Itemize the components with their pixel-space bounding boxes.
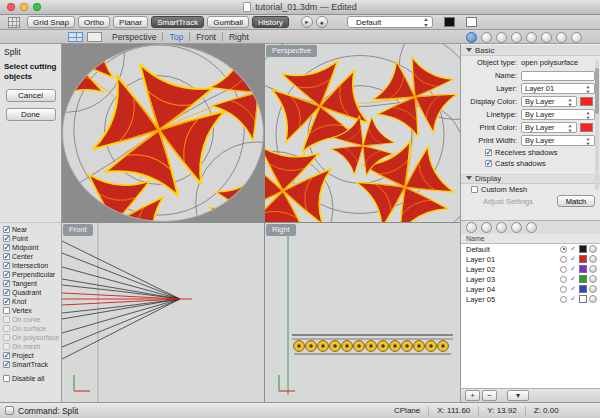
layer-on-icon[interactable]: ✓ — [569, 265, 577, 273]
layer-material-icon[interactable] — [589, 255, 597, 263]
checkbox[interactable] — [3, 235, 10, 242]
help-tab-icon[interactable] — [556, 32, 567, 43]
checkbox[interactable] — [3, 325, 10, 332]
checkbox[interactable] — [3, 226, 10, 233]
smarttrack-toggle[interactable]: SmartTrack — [151, 16, 204, 28]
current-layer-radio[interactable] — [560, 256, 567, 263]
name-field[interactable] — [521, 71, 595, 81]
checkbox[interactable] — [3, 298, 10, 305]
active-color-swatch[interactable] — [444, 17, 455, 27]
viewport-right-label[interactable]: Right — [266, 224, 296, 236]
viewport-top-label[interactable]: Top — [64, 46, 88, 58]
layer-on-icon[interactable]: ✓ — [569, 285, 577, 293]
layer-dropdown[interactable]: Layer 01 — [521, 83, 595, 94]
layer-color-swatch[interactable] — [579, 285, 587, 293]
layer-material-icon[interactable] — [589, 295, 597, 303]
scrollbar-thumb[interactable] — [595, 68, 599, 114]
planar-toggle[interactable]: Planar — [113, 16, 148, 28]
single-view-layout-icon[interactable] — [87, 32, 102, 42]
display-tab-icon[interactable] — [496, 32, 507, 43]
current-layer-radio[interactable] — [560, 246, 567, 253]
notes-tab-icon[interactable] — [526, 32, 537, 43]
display-section-header[interactable]: Display — [461, 172, 600, 184]
checkbox[interactable] — [3, 375, 10, 382]
layer-on-icon[interactable]: ✓ — [569, 245, 577, 253]
checkbox[interactable] — [485, 160, 492, 167]
display-color-swatch[interactable] — [580, 97, 593, 106]
basic-section-header[interactable]: Basic — [461, 44, 600, 56]
checkbox[interactable] — [3, 343, 10, 350]
viewport-top[interactable]: Top — [62, 44, 264, 222]
checkbox[interactable] — [3, 316, 10, 323]
layer-row[interactable]: Layer 02 ✓ — [461, 264, 600, 274]
tab-front[interactable]: Front — [190, 32, 222, 42]
search-icon[interactable] — [526, 222, 537, 233]
tab-right[interactable]: Right — [223, 32, 255, 42]
tab-top[interactable]: Top — [163, 32, 189, 42]
layer-material-icon[interactable] — [589, 265, 597, 273]
gumball-toggle[interactable]: Gumball — [207, 16, 249, 28]
panel-menu-icon[interactable] — [571, 32, 582, 43]
delete-layer-button[interactable]: − — [482, 390, 497, 401]
layer-color-swatch[interactable] — [579, 265, 587, 273]
layer-color-swatch[interactable] — [579, 275, 587, 283]
checkbox[interactable] — [3, 307, 10, 314]
layer-material-icon[interactable] — [589, 275, 597, 283]
checkbox[interactable] — [3, 244, 10, 251]
viewport-perspective-label[interactable]: Perspective — [266, 45, 317, 57]
layer-row[interactable]: Default ✓ — [461, 244, 600, 254]
print-color-swatch[interactable] — [580, 123, 593, 132]
viewport-front-label[interactable]: Front — [63, 224, 93, 236]
current-layer-radio[interactable] — [560, 276, 567, 283]
record-icon[interactable]: ● — [316, 16, 328, 28]
grid-snap-toggle[interactable]: Grid Snap — [27, 16, 75, 28]
perspective-viewport-canvas[interactable] — [265, 44, 460, 222]
materials-tab-icon[interactable] — [541, 32, 552, 43]
properties-tab-icon[interactable] — [466, 32, 477, 43]
layer-options-dropdown[interactable]: ▾ — [507, 390, 529, 401]
current-layer-radio[interactable] — [560, 286, 567, 293]
layer-state-icon[interactable] — [466, 222, 477, 233]
viewport-perspective[interactable]: Perspective — [265, 44, 460, 222]
top-viewport-canvas[interactable] — [63, 45, 263, 221]
checkbox[interactable] — [3, 262, 10, 269]
layer-on-icon[interactable]: ✓ — [569, 275, 577, 283]
display-mode-dropdown[interactable]: Default — [347, 16, 433, 28]
play-icon[interactable]: ▸ — [301, 16, 313, 28]
layer-color-swatch[interactable] — [579, 245, 587, 253]
secondary-color-swatch[interactable] — [466, 17, 477, 27]
layer-color-swatch[interactable] — [579, 255, 587, 263]
layer-row[interactable]: Layer 01 ✓ — [461, 254, 600, 264]
checkbox[interactable] — [3, 361, 10, 368]
checkbox[interactable] — [3, 253, 10, 260]
display-color-dropdown[interactable]: By Layer — [521, 96, 577, 107]
properties-scrollbar[interactable] — [595, 60, 599, 190]
current-layer-radio[interactable] — [560, 266, 567, 273]
linetype-dropdown[interactable]: By Layer — [521, 109, 595, 120]
tab-perspective[interactable]: Perspective — [106, 32, 162, 42]
viewport-right[interactable]: Right — [265, 223, 460, 402]
layer-on-icon[interactable]: ✓ — [569, 295, 577, 303]
layers-tab-icon[interactable] — [481, 32, 492, 43]
viewport-front[interactable]: Front — [62, 223, 264, 402]
layer-material-icon[interactable] — [589, 285, 597, 293]
layer-row[interactable]: Layer 03 ✓ — [461, 274, 600, 284]
add-layer-button[interactable]: + — [465, 390, 480, 401]
layer-row[interactable]: Layer 04 ✓ — [461, 284, 600, 294]
checkbox[interactable] — [471, 186, 478, 193]
right-viewport-canvas[interactable] — [265, 223, 460, 402]
filter-icon[interactable] — [511, 222, 522, 233]
layer-color-swatch[interactable] — [579, 295, 587, 303]
delete-layer-icon[interactable] — [496, 222, 507, 233]
done-button[interactable]: Done — [6, 108, 56, 121]
history-toggle[interactable]: History — [252, 16, 289, 28]
four-view-layout-icon[interactable] — [68, 32, 83, 42]
checkbox[interactable] — [3, 271, 10, 278]
cancel-button[interactable]: Cancel — [6, 89, 56, 102]
layer-material-icon[interactable] — [589, 245, 597, 253]
print-width-dropdown[interactable]: By Layer — [521, 135, 595, 146]
match-button[interactable]: Match — [557, 195, 595, 207]
current-layer-radio[interactable] — [560, 296, 567, 303]
cplane-button[interactable]: CPlane — [386, 406, 428, 416]
layer-row[interactable]: Layer 05 ✓ — [461, 294, 600, 304]
